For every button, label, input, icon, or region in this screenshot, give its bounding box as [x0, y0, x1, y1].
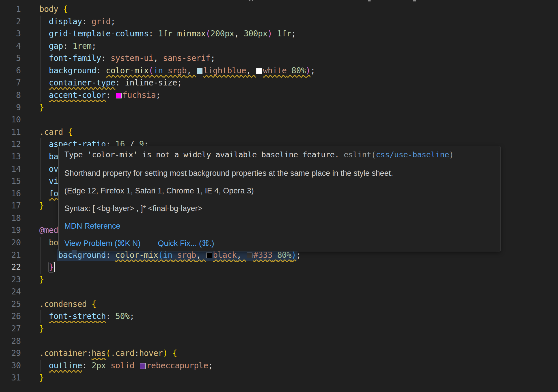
quick-fix-action[interactable]: Quick Fix... (⌘.): [158, 239, 214, 248]
cut-text-fragment: [413, 0, 416, 1]
code-token: ,: [246, 66, 256, 75]
code-token: #333: [253, 250, 272, 260]
code-line[interactable]: 2 display: grid;: [0, 16, 558, 28]
code-token: solid: [111, 361, 134, 370]
code-token: ;: [111, 17, 115, 26]
code-token: container-type: [49, 78, 115, 87]
line-number[interactable]: 21: [0, 249, 21, 262]
line-number[interactable]: 27: [0, 323, 21, 335]
line-number[interactable]: 28: [0, 335, 21, 348]
code-token: (: [106, 348, 110, 358]
line-number[interactable]: 18: [0, 212, 21, 225]
code-token: rebeccapurple: [146, 361, 208, 370]
line-number[interactable]: 8: [0, 89, 21, 102]
code-token: [287, 66, 291, 75]
color-swatch[interactable]: [206, 253, 212, 258]
code-line[interactable]: 31}: [0, 372, 558, 384]
line-number[interactable]: 6: [0, 65, 21, 77]
code-line[interactable]: 11.card {: [0, 126, 558, 139]
line-number[interactable]: 19: [0, 224, 21, 237]
code-line[interactable]: 10: [0, 114, 558, 126]
code-line[interactable]: 4 gap: 1rem;: [0, 40, 558, 53]
code-token: body: [39, 4, 63, 14]
code-token: black: [213, 250, 237, 260]
line-number[interactable]: 12: [0, 138, 21, 151]
code-token: ,: [187, 66, 196, 75]
code-token: 1rem: [72, 41, 92, 51]
code-token: grid-template-columns: [49, 29, 149, 38]
line-number[interactable]: 26: [0, 310, 21, 323]
mdn-reference-link[interactable]: MDN Reference: [64, 222, 120, 230]
code-line-content: gap: 1rem;: [39, 40, 558, 53]
code-line-content: body {: [39, 3, 558, 16]
line-number[interactable]: 23: [0, 274, 21, 286]
line-number[interactable]: 29: [0, 347, 21, 360]
code-line[interactable]: 5 font-family: system-ui, sans-serif;: [0, 52, 558, 65]
code-line[interactable]: 23}: [0, 274, 558, 286]
code-line-content: background: color-mix(in srgb, lightblue…: [39, 65, 558, 77]
line-number[interactable]: 9: [0, 102, 21, 114]
code-token: background: [49, 66, 96, 75]
code-token: :: [82, 361, 92, 370]
code-token: lightblue: [203, 66, 246, 75]
line-number[interactable]: 16: [0, 188, 21, 200]
code-line-content: .container:has(.card:hover) {: [39, 347, 558, 360]
color-swatch[interactable]: [140, 363, 146, 369]
code-token: 80%: [291, 66, 306, 75]
code-line[interactable]: 3 grid-template-columns: 1fr minmax(200p…: [0, 28, 558, 40]
line-number[interactable]: 7: [0, 77, 21, 89]
line-number[interactable]: 31: [0, 372, 21, 384]
color-swatch[interactable]: [116, 93, 122, 98]
code-line[interactable]: 8 accent-color: fuchsia;: [0, 89, 558, 102]
color-swatch[interactable]: [247, 253, 252, 258]
line-number[interactable]: 15: [0, 175, 21, 188]
code-token: [39, 176, 49, 186]
code-editor[interactable]: 1body {2 display: grid;3 grid-template-c…: [0, 0, 558, 392]
code-line[interactable]: 7 container-type: inline-size;: [0, 77, 558, 89]
line-number[interactable]: 20: [0, 237, 21, 249]
line-number[interactable]: 17: [0, 200, 21, 212]
line-number[interactable]: 13: [0, 151, 21, 163]
warning-squiggle-range: container-type: [49, 78, 115, 87]
code-token: }: [39, 201, 44, 210]
line-number[interactable]: 25: [0, 298, 21, 311]
code-token: [39, 189, 49, 198]
code-token: grid: [92, 17, 111, 26]
code-token: :: [106, 250, 115, 260]
code-line[interactable]: 30 outline: 2px solid rebeccapurple;: [0, 360, 558, 372]
code-token: {: [63, 4, 68, 14]
line-number[interactable]: 22: [0, 261, 21, 274]
color-swatch[interactable]: [197, 68, 202, 74]
code-line[interactable]: 25.condensed {: [0, 298, 558, 311]
line-number[interactable]: 11: [0, 126, 21, 139]
line-number[interactable]: 3: [0, 28, 21, 40]
code-line[interactable]: 1body {: [0, 3, 558, 16]
code-line[interactable]: 27}: [0, 323, 558, 335]
code-line[interactable]: 29.container:has(.card:hover) {: [0, 347, 558, 360]
line-number[interactable]: 24: [0, 286, 21, 298]
code-token: fuchsia: [122, 90, 156, 100]
line-number[interactable]: 30: [0, 360, 21, 372]
view-problem-action[interactable]: View Problem (⌘K N): [64, 239, 141, 248]
line-number[interactable]: 14: [0, 163, 21, 176]
rule-link[interactable]: css/use-baseline: [376, 150, 449, 159]
code-line[interactable]: 26 font-stretch: 50%;: [0, 310, 558, 323]
line-number[interactable]: 4: [0, 40, 21, 53]
line-number[interactable]: 1: [0, 3, 21, 16]
code-token: }: [39, 103, 44, 112]
code-token: [39, 238, 49, 247]
color-swatch[interactable]: [256, 68, 262, 74]
line-number[interactable]: 2: [0, 16, 21, 28]
line-number[interactable]: 10: [0, 114, 21, 126]
line-number[interactable]: 5: [0, 52, 21, 65]
code-line[interactable]: 6 background: color-mix(in srgb, lightbl…: [0, 65, 558, 77]
code-token: :: [149, 29, 158, 38]
code-token: :: [87, 348, 92, 358]
diagnostic-source-prefix: eslint(: [344, 150, 376, 159]
code-line[interactable]: 24: [0, 286, 558, 298]
code-line[interactable]: 9}: [0, 102, 558, 114]
code-line[interactable]: 28: [0, 335, 558, 348]
code-token: .condensed: [39, 299, 92, 309]
code-line[interactable]: 22 }: [0, 261, 558, 274]
diagnostic-hover-tooltip: Type 'color-mix' is not a widely availab…: [58, 146, 501, 251]
